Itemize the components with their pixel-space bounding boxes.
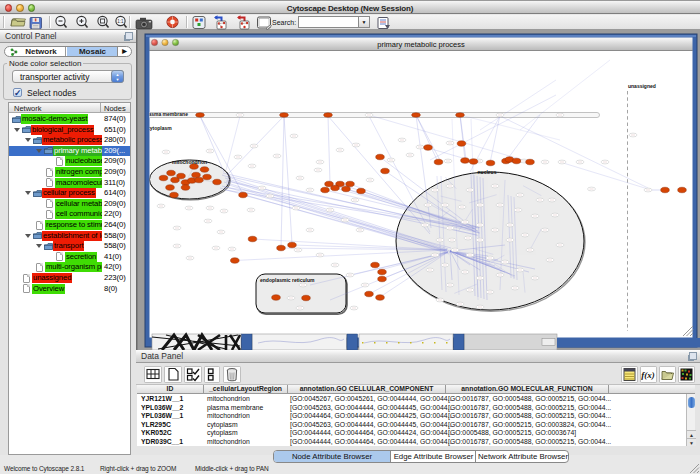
svg-text:endoplasmic reticulum: endoplasmic reticulum [260,277,315,283]
svg-text:unassigned: unassigned [628,83,656,89]
svg-text:cytoplasm: cytoplasm [147,125,172,131]
svg-text:1:1: 1:1 [117,19,124,24]
svg-text:f(x): f(x) [641,370,655,380]
svg-text:nucleus: nucleus [478,169,497,175]
svg-text:plasma membrane: plasma membrane [144,111,188,117]
svg-text:mitochondrion: mitochondrion [172,159,207,165]
svg-text:primary metabolic process: primary metabolic process [377,40,465,49]
